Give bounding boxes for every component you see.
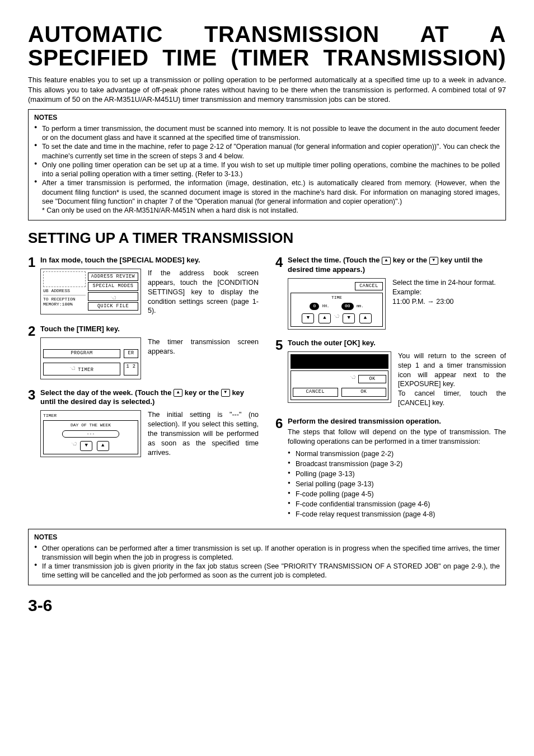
step5-text: You will return to the screen of step 1 … <box>398 351 506 408</box>
step3-text: The initial setting is "---" (no selecti… <box>148 410 259 457</box>
notes-box-top: NOTES To perform a timer transmission, t… <box>28 109 506 220</box>
note-footnote: * Can only be used on the AR-M351N/AR-M4… <box>34 206 500 215</box>
down-arrow-icon: ▼ <box>429 257 438 265</box>
note-item: If a timer transmission job is given pri… <box>34 562 500 580</box>
section-heading: SETTING UP A TIMER TRANSMISSION <box>28 228 506 248</box>
step4-screen: CANCEL TIME 0 HH. 00 mm. ▼ ▲ <box>288 278 386 330</box>
up-button[interactable]: ▲ <box>97 441 109 451</box>
list-item: Normal transmission (page 2-2) <box>288 449 506 459</box>
up-arrow-icon: ▲ <box>382 257 391 265</box>
step-number: 3 <box>28 388 40 458</box>
cancel-button[interactable]: CANCEL <box>293 388 338 396</box>
step5-screen: ☞ OK CANCEL OK <box>288 351 391 403</box>
down-button[interactable]: ▼ <box>302 313 314 323</box>
step1-head: In fax mode, touch the [SPECIAL MODES] k… <box>40 256 259 265</box>
er-button[interactable]: ER <box>124 349 138 358</box>
step-number: 4 <box>275 256 288 330</box>
note-item: Other operations can be performed after … <box>34 544 500 562</box>
intro-paragraph: This feature enables you to set up a tra… <box>28 75 506 105</box>
notes-label: NOTES <box>34 113 500 122</box>
list-item: F-code polling (page 4-5) <box>288 489 506 499</box>
operations-list: Normal transmission (page 2-2) Broadcast… <box>288 449 506 520</box>
note-item: After a timer transmission is performed,… <box>34 179 500 206</box>
list-item: Polling (page 3-13) <box>288 469 506 479</box>
address-review-button[interactable]: ADDRESS REVIEW <box>88 273 138 281</box>
blank-button[interactable]: ☞ <box>88 292 138 301</box>
notes-label: NOTES <box>34 533 500 542</box>
ok-button[interactable]: OK <box>341 388 387 396</box>
note-item: To perform a timer transmission, the doc… <box>34 124 500 143</box>
down-arrow-icon: ▼ <box>221 389 230 397</box>
step2-screen: PROGRAM ER ☞ TIMER 1 2 <box>40 337 141 379</box>
step4-head: Select the time. (Touch the ▲ key or the… <box>288 256 506 275</box>
step3-screen: TIMER DAY OF THE WEEK --- ☞ ▼ ▲ <box>40 410 141 457</box>
icon-button[interactable]: 1 2 <box>124 363 138 375</box>
list-item: F-code confidential transmission (page 4… <box>288 499 506 509</box>
list-item: Broadcast transmission (page 3-2) <box>288 459 506 469</box>
step-number: 5 <box>275 339 288 408</box>
step5-head: Touch the outer [OK] key. <box>288 339 506 348</box>
up-button[interactable]: ▲ <box>359 313 372 323</box>
step-number: 6 <box>275 417 288 520</box>
page-number: 3-6 <box>28 594 506 617</box>
special-modes-button[interactable]: SPECIAL MODES <box>88 282 138 290</box>
down-button[interactable]: ▼ <box>343 313 355 323</box>
list-item: F-code relay request transmission (page … <box>288 509 506 519</box>
step1-screen: UB ADDRESS TO RECEPTION MEMORY:100% ADDR… <box>40 269 141 314</box>
up-arrow-icon: ▲ <box>174 389 182 397</box>
cancel-button[interactable]: CANCEL <box>355 282 383 290</box>
program-button[interactable]: PROGRAM <box>43 349 120 358</box>
note-item: To set the date and time in the machine,… <box>34 142 500 161</box>
up-button[interactable]: ▲ <box>318 313 331 323</box>
ok-button[interactable]: OK <box>358 375 386 383</box>
step2-text: The timer transmission screen appears. <box>148 337 259 356</box>
step-number: 1 <box>28 256 40 316</box>
list-item: Serial polling (page 3-13) <box>288 479 506 489</box>
page-title: AUTOMATIC TRANSMISSION AT A SPECIFIED TI… <box>28 22 506 69</box>
note-item: Only one polling timer operation can be … <box>34 161 500 179</box>
timer-button[interactable]: ☞ TIMER <box>43 363 120 375</box>
step3-head: Select the day of the week. (Touch the ▲… <box>40 388 259 407</box>
step6-text: The steps that follow will depend on the… <box>288 428 506 447</box>
step4-text: Select the time in 24-hour format. Examp… <box>392 278 506 307</box>
step1-text: If the address book screen appears, touc… <box>148 269 259 316</box>
step2-head: Touch the [TIMER] key. <box>40 325 259 334</box>
down-button[interactable]: ▼ <box>80 441 92 451</box>
step-number: 2 <box>28 325 40 379</box>
step6-head: Perform the desired transmission operati… <box>288 417 506 426</box>
notes-box-bottom: NOTES Other operations can be performed … <box>28 529 506 585</box>
